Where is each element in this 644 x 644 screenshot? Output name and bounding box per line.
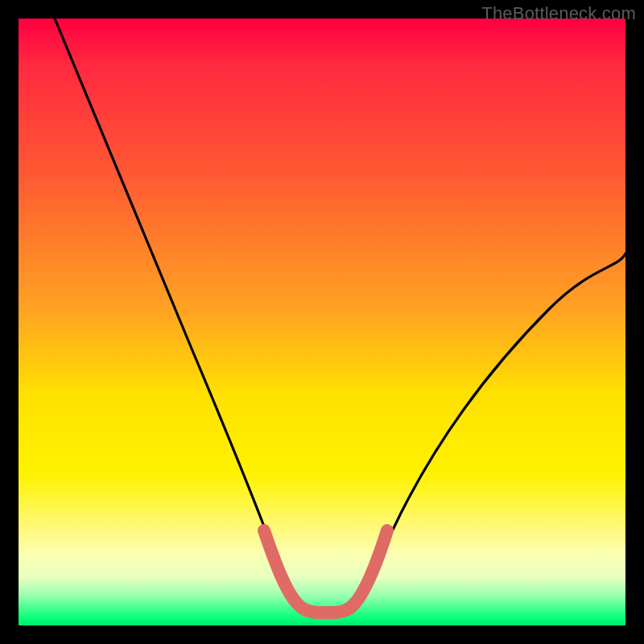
bottleneck-curve	[55, 19, 625, 613]
chart-stage: TheBottleneck.com	[0, 0, 644, 644]
chart-curve-layer	[19, 19, 625, 625]
bottleneck-curve-highlight	[264, 530, 387, 613]
chart-plot-area	[19, 19, 625, 625]
watermark-text: TheBottleneck.com	[481, 3, 636, 24]
